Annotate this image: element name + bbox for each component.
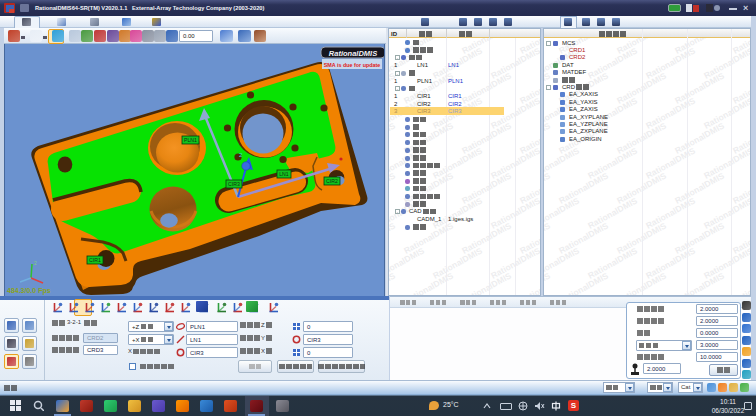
svg-text:2: 2 [34,260,37,266]
svg-text:RationalDMIS: RationalDMIS [329,49,377,58]
svg-text:RationalDMIS: RationalDMIS [702,195,751,230]
svg-text:CIR3: CIR3 [228,181,240,187]
svg-text:RationalDMIS: RationalDMIS [702,245,751,280]
svg-text:CIR1: CIR1 [89,257,101,263]
svg-text:RationalDMIS: RationalDMIS [731,270,751,296]
svg-text:RationalDMIS: RationalDMIS [460,270,513,296]
svg-text:RationalDMIS: RationalDMIS [402,270,455,296]
svg-text:RationalDMIS: RationalDMIS [518,270,541,296]
svg-text:CIR2: CIR2 [326,178,338,184]
svg-text:SMA is due for update: SMA is due for update [324,62,381,68]
svg-text:RationalDMIS: RationalDMIS [544,270,552,296]
svg-text:PLN1: PLN1 [184,137,197,143]
svg-text:RationalDMIS: RationalDMIS [557,270,610,296]
svg-text:RationalDMIS: RationalDMIS [702,45,751,80]
svg-text:RationalDMIS: RationalDMIS [544,120,552,155]
svg-text:RationalDMIS: RationalDMIS [389,220,397,255]
svg-text:LN1: LN1 [279,171,289,177]
svg-text:RationalDMIS: RationalDMIS [389,170,397,205]
svg-text:RationalDMIS: RationalDMIS [389,120,397,155]
svg-text:RationalDMIS: RationalDMIS [544,220,552,255]
svg-text:484.3/0.0 Fps: 484.3/0.0 Fps [7,287,51,295]
svg-text:RationalDMIS: RationalDMIS [389,270,397,296]
svg-text:RationalDMIS: RationalDMIS [673,270,726,296]
svg-text:RationalDMIS: RationalDMIS [702,145,751,180]
svg-text:RationalDMIS: RationalDMIS [544,170,552,205]
svg-text:RationalDMIS: RationalDMIS [702,95,751,130]
